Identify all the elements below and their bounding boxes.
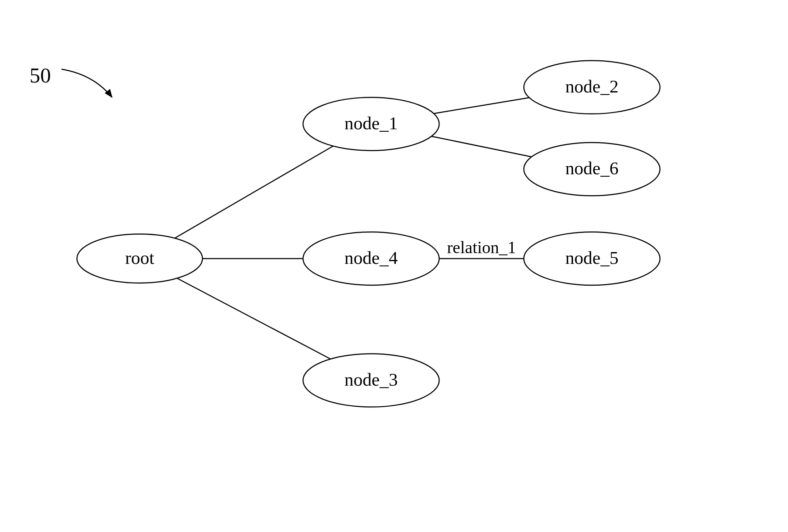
node-label-root: root [125,248,154,268]
node-label-node_5: node_5 [565,248,618,268]
node-node_2: node_2 [524,61,660,114]
edges-group: relation_1 [175,98,532,359]
edge-root-node_1 [175,146,333,238]
edge-node_1-node_6 [431,136,532,157]
edge-node_1-node_2 [434,98,529,114]
figure-callout: 50 [30,64,112,97]
node-label-node_2: node_2 [565,76,618,96]
callout-arrow-path [61,69,112,97]
node-node_5: node_5 [524,232,660,285]
node-label-node_1: node_1 [345,113,398,133]
node-node_3: node_3 [303,354,439,407]
node-node_4: node_4 [303,232,439,285]
node-label-node_4: node_4 [345,248,398,268]
figure-number: 50 [30,64,51,87]
node-label-node_6: node_6 [565,158,618,178]
edge-label-node_4-node_5: relation_1 [447,238,516,257]
node-node_6: node_6 [524,142,660,196]
node-root: root [77,234,202,283]
tree-diagram: 50 relation_1 rootnode_1node_2node_3node… [0,0,788,532]
nodes-group: rootnode_1node_2node_3node_4node_5node_6 [77,61,660,407]
node-label-node_3: node_3 [345,370,398,390]
node-node_1: node_1 [303,97,439,151]
edge-root-node_3 [177,278,331,359]
